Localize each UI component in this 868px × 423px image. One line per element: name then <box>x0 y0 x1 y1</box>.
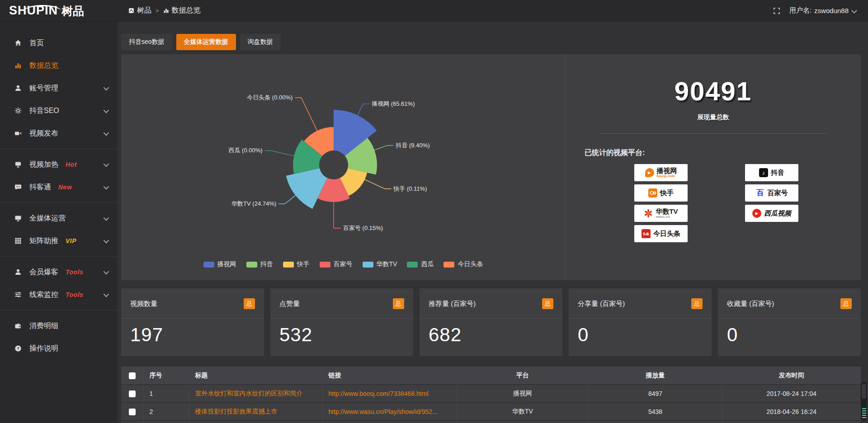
legend-item-boshiwang[interactable]: 播视网 <box>203 260 236 268</box>
sidebar-item-douketong[interactable]: 抖客通New <box>0 176 118 198</box>
pie-label-huashu-tv: 华数TV (24.74%) <box>231 200 276 207</box>
sidebar-item-label: 矩阵助推 <box>29 236 58 246</box>
platform-badge-name: 百家号 <box>768 189 788 197</box>
pie-label-line <box>364 179 391 189</box>
platform-logo-baijiahao-icon: 百 <box>756 188 765 197</box>
scroll-thumb[interactable] <box>862 384 866 399</box>
platform-badge-name: 播视网 <box>657 167 677 174</box>
chevron-down-icon <box>104 268 109 274</box>
tab-inquiry-data[interactable]: 询盘数据 <box>240 34 281 50</box>
total-badge: 总 <box>542 298 553 309</box>
select-all-checkbox[interactable] <box>129 372 136 379</box>
legend-label: 西瓜 <box>421 260 434 268</box>
platform-badges: ▶播视网boosj.com♪抖音快手百百家号华数TVwasu.cn▶西瓜视频头条… <box>634 164 861 242</box>
legend-label: 播视网 <box>217 260 236 268</box>
summary-section: 90491 展现量总数 已统计的视频平台: ▶播视网boosj.com♪抖音快手… <box>565 54 861 280</box>
platform-badge-sub: wasu.cn <box>656 215 670 219</box>
legend-label: 百家号 <box>334 260 353 268</box>
cell-title-link[interactable]: 室外水纹灯和室内水纹灯的区别和简介 <box>189 385 322 403</box>
cell-platform: 播视网 <box>457 385 589 403</box>
legend-label: 华数TV <box>377 260 397 268</box>
sidebar-item-clue-monitor[interactable]: 线索监控Tools <box>0 283 118 306</box>
platform-badge-douyin: ♪抖音 <box>745 164 798 181</box>
cell-plays: 8497 <box>589 385 722 403</box>
sidebar-divider <box>0 256 118 257</box>
sidebar-item-douyin-seo[interactable]: 抖音SEO <box>0 99 118 122</box>
platforms-label: 已统计的视频平台: <box>585 148 861 158</box>
legend-item-douyin[interactable]: 抖音 <box>246 260 273 268</box>
platform-logo-douyin-icon: ♪ <box>759 168 768 177</box>
stat-card-value: 682 <box>429 324 553 346</box>
chat-icon <box>14 183 23 191</box>
sidebar-item-consume-detail[interactable]: 消费明细 <box>0 315 118 337</box>
platform-badge-name: 快手 <box>660 189 674 197</box>
sidebar-item-data-overview[interactable]: 数据总览 <box>0 54 118 77</box>
stat-card-title: 视频数量 <box>130 300 157 308</box>
cell-title-link[interactable]: 楼体投影灯投影效果震撼上市 <box>189 403 322 421</box>
wallet-icon <box>14 322 23 329</box>
total-badge: 总 <box>244 298 255 309</box>
table-header-2: 链接 <box>322 367 457 385</box>
sidebar-item-matrix-boost[interactable]: 矩阵助推VIP <box>0 230 118 252</box>
sidebar-item-media-operation[interactable]: 全媒体运营 <box>0 207 118 230</box>
tab-douyin-seo-data[interactable]: 抖音seo数据 <box>121 34 172 50</box>
stat-card-title: 推荐量 (百家号) <box>429 300 476 308</box>
pie-label-line <box>265 150 295 156</box>
sidebar-item-home[interactable]: 首页 <box>0 32 118 54</box>
row-checkbox[interactable] <box>129 390 136 397</box>
table-header-3: 平台 <box>457 367 589 385</box>
stat-card-title: 点赞量 <box>279 300 300 308</box>
sidebar-item-video-publish[interactable]: 视频发布 <box>0 122 118 145</box>
username-label: 用户名: <box>789 6 811 15</box>
sidebar-item-label: 首页 <box>29 38 44 48</box>
row-checkbox[interactable] <box>129 409 136 415</box>
total-badge: 总 <box>691 298 703 309</box>
sidebar-item-badge: Tools <box>66 268 83 276</box>
bar-chart-icon <box>14 62 23 69</box>
sidebar-divider <box>0 149 118 149</box>
stat-card-title: 分享量 (百家号) <box>578 300 625 308</box>
legend-swatch <box>407 262 418 268</box>
sidebar-item-label: 抖音SEO <box>29 106 59 116</box>
card-divider <box>569 318 712 319</box>
sidebar-divider <box>0 202 118 203</box>
top-header: SHUPIN 树品 树品 > 数据总览 用户名: zswodun88 <box>0 0 868 22</box>
cell-platform: 华数TV <box>457 403 589 421</box>
sidebar-item-account-management[interactable]: 账号管理 <box>0 77 118 99</box>
sidebar-item-label: 消费明细 <box>29 321 58 331</box>
floating-widget[interactable] <box>860 381 868 422</box>
rose-pie-chart: 播视网 (65.61%)抖音 (9.40%)快手 (0.11%)百家号 (0.1… <box>121 54 564 267</box>
sidebar-item-label: 视频加热 <box>29 160 58 169</box>
sidebar-item-label: 视频发布 <box>29 129 58 138</box>
legend-item-kuaishou[interactable]: 快手 <box>283 260 310 268</box>
sidebar-item-help[interactable]: ?操作说明 <box>0 337 118 360</box>
pie-label-line <box>334 201 341 228</box>
chart-legend: 播视网抖音快手百家号华数TV西瓜今日头条 <box>121 260 565 268</box>
fullscreen-icon[interactable] <box>773 7 780 14</box>
breadcrumb-root[interactable]: 树品 <box>128 6 151 15</box>
tab-media-ops-data[interactable]: 全媒体运营数据 <box>176 34 236 50</box>
sidebar-item-member-baoke[interactable]: 会员爆客Tools <box>0 261 118 283</box>
breadcrumb-current[interactable]: 数据总览 <box>163 6 201 15</box>
grid-icon <box>14 237 23 244</box>
stat-card-value: 532 <box>279 324 404 346</box>
cell-url-link[interactable]: http://www.boosj.com/7338468.html <box>322 385 457 403</box>
pie-label-line <box>357 104 369 116</box>
legend-swatch <box>443 262 454 268</box>
sidebar-item-label: 会员爆客 <box>29 268 58 277</box>
card-divider <box>270 318 413 319</box>
user-menu[interactable]: 用户名: zswodun88 <box>789 6 856 15</box>
svg-text:?: ? <box>17 346 19 351</box>
table-header-4: 播放量 <box>589 367 722 385</box>
chevron-down-icon <box>104 161 109 167</box>
legend-item-baijiahao[interactable]: 百家号 <box>320 260 353 268</box>
sidebar-item-video-heating[interactable]: 视频加热Hot <box>0 153 118 176</box>
pie-label-line <box>278 195 296 204</box>
legend-item-toutiao[interactable]: 今日头条 <box>443 260 483 268</box>
stat-card-share-count: 分享量 (百家号)总0 <box>569 288 712 356</box>
home-icon <box>14 39 23 47</box>
impressions-total-label: 展现量总数 <box>566 113 861 122</box>
legend-item-xigua[interactable]: 西瓜 <box>407 260 434 268</box>
cell-url-link[interactable]: http://www.wasu.cn/Play/show/id/952... <box>322 403 457 421</box>
legend-item-huashu-tv[interactable]: 华数TV <box>363 260 397 268</box>
